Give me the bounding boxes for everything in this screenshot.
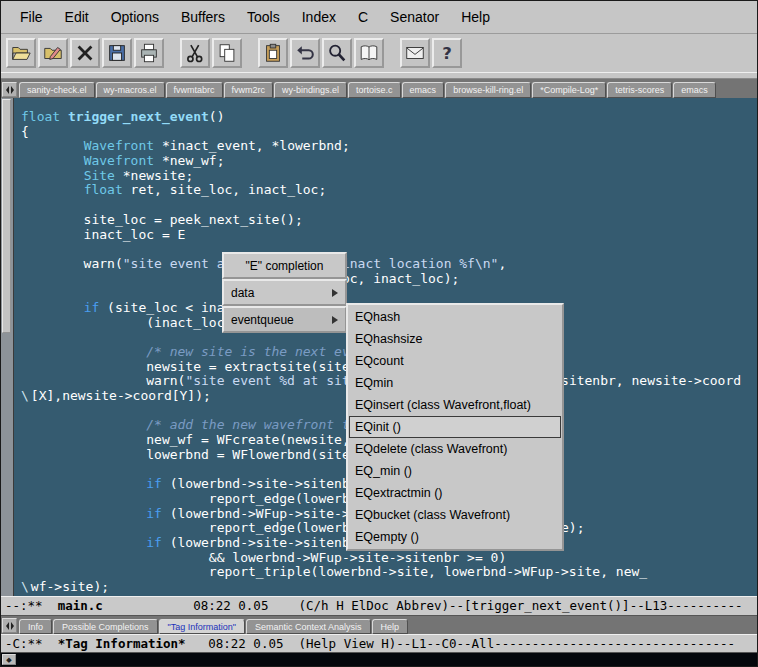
code-segment: Wavefront: [84, 153, 154, 168]
window-tab[interactable]: Possible Completions: [53, 619, 158, 634]
buffer-tab[interactable]: tetris-scores: [607, 82, 672, 98]
mail-button[interactable]: [400, 38, 430, 68]
menu-tools[interactable]: Tools: [236, 6, 291, 28]
cut-button[interactable]: [180, 38, 210, 68]
code-segment: Site: [84, 168, 115, 183]
close-button[interactable]: [70, 38, 100, 68]
code-segment: (): [209, 109, 225, 124]
popup-item-label: eventqueue: [231, 313, 294, 327]
save-button[interactable]: [102, 38, 132, 68]
window-tab[interactable]: Semantic Context Analysis: [246, 619, 371, 634]
print-icon: [138, 42, 160, 64]
submenu-item[interactable]: EQhashsize: [349, 328, 561, 350]
code-line: warn("site event at location %f, inact l…: [21, 257, 757, 272]
modeline-flags: -C:**: [5, 636, 58, 651]
mail-icon: [404, 42, 426, 64]
popup-item-data[interactable]: data: [222, 279, 347, 306]
submenu-arrow-icon: [332, 289, 338, 297]
buffer-tab[interactable]: wy-macros.el: [96, 82, 165, 98]
toolbar: ?: [1, 34, 757, 72]
buffer-tab[interactable]: emacs: [673, 82, 716, 98]
code-segment: report_triple(lowerbnd->site, lowerbnd->…: [21, 564, 647, 579]
code-segment: ,: [498, 256, 506, 271]
tab-scroll-button[interactable]: [2, 82, 17, 97]
submenu-item[interactable]: EQhash: [349, 306, 561, 328]
menu-edit[interactable]: Edit: [54, 6, 100, 28]
window-tab-bar: InfoPossible Completions"Tag Information…: [1, 616, 757, 634]
submenu-item[interactable]: EQinit (): [349, 416, 561, 438]
undo-icon: [294, 42, 316, 64]
menu-c[interactable]: C: [347, 6, 379, 28]
popup-item-eventqueue[interactable]: eventqueue: [222, 306, 347, 333]
replace-button[interactable]: [322, 38, 352, 68]
submenu-item[interactable]: EQdelete (class Wavefront): [349, 438, 561, 460]
code-segment: wf->site);: [31, 579, 109, 594]
minibuffer[interactable]: ◆: [1, 653, 757, 666]
buffer-tab[interactable]: fvwmtabrc: [166, 82, 223, 98]
code-segment: float: [84, 182, 123, 197]
submenu-item[interactable]: EQcount: [349, 350, 561, 372]
save-icon: [106, 42, 128, 64]
code-line: [21, 242, 757, 257]
buffer-tab[interactable]: fvwm2rc: [224, 82, 274, 98]
window-tab[interactable]: Help: [372, 619, 409, 634]
vertical-scrollbar[interactable]: [1, 98, 14, 596]
dired-button[interactable]: [38, 38, 68, 68]
copy-button[interactable]: [212, 38, 242, 68]
help-icon: ?: [436, 42, 458, 64]
submenu-item[interactable]: EQbucket (class Wavefront): [349, 504, 561, 526]
menu-index[interactable]: Index: [291, 6, 347, 28]
code-line: [21, 198, 757, 213]
submenu-item[interactable]: EQinsert (class Wavefront,float): [349, 394, 561, 416]
modeline-buffer-name: *Tag Information*: [58, 636, 186, 651]
submenu-item[interactable]: EQextractmin (): [349, 482, 561, 504]
modeline-info: 08:22 0.05 (C/h H ElDoc Abbrev)--[trigge…: [103, 598, 743, 613]
line-wrap-icon: \: [21, 579, 29, 594]
dired-icon: [42, 42, 64, 64]
code-line: site_loc, inact_loc);: [21, 272, 757, 287]
submenu-item[interactable]: EQmin: [349, 372, 561, 394]
menu-file[interactable]: File: [9, 6, 54, 28]
code-line: [21, 286, 757, 301]
menu-options[interactable]: Options: [100, 6, 170, 28]
close-icon: [74, 42, 96, 64]
open-file-button[interactable]: [6, 38, 36, 68]
print-button[interactable]: [134, 38, 164, 68]
scrollbar-thumb[interactable]: [2, 99, 11, 333]
buffer-tab[interactable]: *Compile-Log*: [532, 82, 606, 98]
code-line: site_loc = peek_next_site();: [21, 213, 757, 228]
buffer-tab[interactable]: tortoise.c: [348, 82, 401, 98]
code-segment: && lowerbnd->WFup->site->sitenbr >= 0): [21, 550, 506, 565]
info-button[interactable]: [354, 38, 384, 68]
paste-button[interactable]: [258, 38, 288, 68]
code-line: Wavefront *new_wf;: [21, 154, 757, 169]
copy-icon: [216, 42, 238, 64]
submenu-item[interactable]: EQ_min (): [349, 460, 561, 482]
code-segment: [60, 109, 68, 124]
toolbar-group-gap: [166, 53, 178, 54]
code-segment: if: [146, 506, 162, 521]
code-segment: warn(: [21, 256, 123, 271]
tab-scroll-button-bottom[interactable]: [2, 618, 17, 633]
buffer-tab[interactable]: browse-kill-ring.el: [445, 82, 531, 98]
replace-icon: [326, 42, 348, 64]
window-tab[interactable]: Info: [19, 619, 52, 634]
undo-button[interactable]: [290, 38, 320, 68]
code-segment: inact_loc = E: [21, 227, 185, 242]
buffer-tab[interactable]: sanity-check.el: [19, 82, 95, 98]
submenu-item[interactable]: EQempty (): [349, 526, 561, 548]
menu-senator[interactable]: Senator: [379, 6, 450, 28]
code-line: Site *newsite;: [21, 169, 757, 184]
buffer-tab[interactable]: wy-bindings.el: [274, 82, 347, 98]
menu-buffers[interactable]: Buffers: [170, 6, 236, 28]
buffer-tab[interactable]: emacs: [402, 82, 445, 98]
completion-popup-header: "E" completion: [222, 252, 347, 279]
xemacs-frame: FileEditOptionsBuffersToolsIndexCSenator…: [0, 0, 758, 667]
window-tab[interactable]: "Tag Information": [159, 619, 245, 634]
toolbar-group-gap: [386, 53, 398, 54]
code-segment: [21, 138, 84, 153]
menu-help[interactable]: Help: [450, 6, 501, 28]
cut-icon: [184, 42, 206, 64]
help-button[interactable]: ?: [432, 38, 462, 68]
submenu-arrow-icon: [332, 316, 338, 324]
